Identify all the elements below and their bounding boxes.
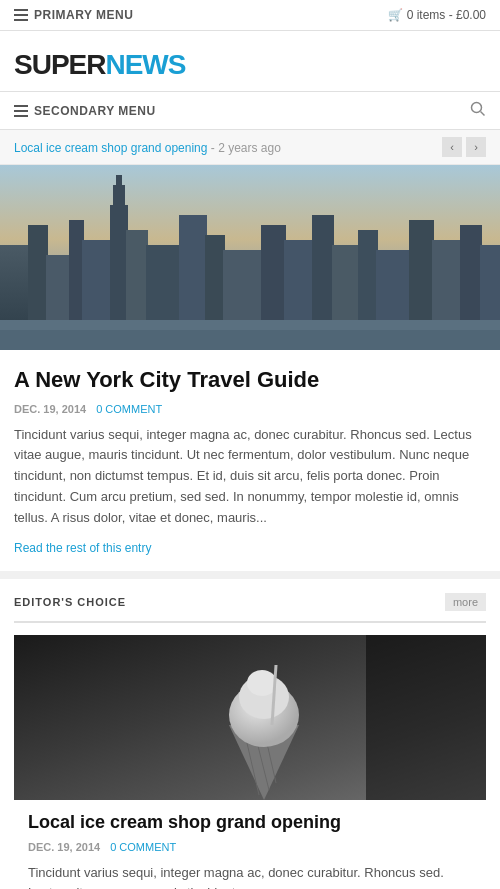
svg-line-1 [481, 112, 485, 116]
main-article-meta: DEC. 19, 2014 0 COMMENT [14, 403, 486, 415]
main-article-date: DEC. 19, 2014 [14, 403, 86, 415]
ticker-prev-button[interactable]: ‹ [442, 137, 462, 157]
main-article-section: A New York City Travel Guide DEC. 19, 20… [0, 350, 500, 571]
ticker-link[interactable]: Local ice cream shop grand opening - 2 y… [14, 141, 281, 155]
editors-choice-more-button[interactable]: more [445, 593, 486, 611]
main-article-title: A New York City Travel Guide [14, 366, 486, 395]
cart-text: 0 items - £0.00 [407, 8, 486, 22]
editors-choice-header: EDITOR'S CHOICE more [14, 593, 486, 623]
main-article-body: Tincidunt varius sequi, integer magna ac… [14, 425, 486, 529]
svg-point-0 [472, 103, 482, 113]
ticker-bar: Local ice cream shop grand opening - 2 y… [0, 130, 500, 165]
editors-choice-section: EDITOR'S CHOICE more [0, 579, 500, 889]
primary-menu-trigger[interactable]: PRIMARY MENU [14, 8, 133, 22]
second-article-section: Local ice cream shop grand opening DEC. … [14, 812, 486, 889]
ticker-content: Local ice cream shop grand opening - 2 y… [14, 139, 281, 155]
secondary-menu-label: SECONDARY MENU [34, 104, 156, 118]
ticker-navigation: ‹ › [442, 137, 486, 157]
search-icon[interactable] [470, 101, 486, 120]
primary-menu-label: PRIMARY MENU [34, 8, 133, 22]
main-content: A New York City Travel Guide DEC. 19, 20… [0, 165, 500, 571]
svg-rect-10 [116, 175, 122, 190]
second-article-date: DEC. 19, 2014 [28, 841, 100, 853]
ticker-next-button[interactable]: › [466, 137, 486, 157]
ice-cream-image [14, 635, 486, 800]
hero-image [0, 165, 500, 350]
second-article-body: Tincidunt varius sequi, integer magna ac… [28, 863, 472, 889]
second-article-meta: DEC. 19, 2014 0 COMMENT [28, 841, 472, 853]
cart-info[interactable]: 🛒 0 items - £0.00 [388, 8, 486, 22]
ticker-link-text: Local ice cream shop grand opening [14, 141, 207, 155]
logo-super: SUPER [14, 49, 105, 80]
svg-point-35 [247, 670, 277, 696]
ticker-time: - 2 years ago [211, 141, 281, 155]
editors-choice-title: EDITOR'S CHOICE [14, 596, 126, 608]
second-article-comment-link[interactable]: 0 COMMENT [110, 841, 176, 853]
site-logo[interactable]: SUPERNEWS [14, 49, 486, 81]
main-article-read-more[interactable]: Read the rest of this entry [14, 541, 151, 555]
second-article-title: Local ice cream shop grand opening [28, 812, 472, 833]
logo-news: NEWS [105, 49, 185, 80]
secondary-menu-bar: SECONDARY MENU [0, 91, 500, 130]
top-bar: PRIMARY MENU 🛒 0 items - £0.00 [0, 0, 500, 31]
svg-rect-27 [0, 330, 500, 350]
main-article-comment-link[interactable]: 0 COMMENT [96, 403, 162, 415]
section-divider [0, 571, 500, 579]
secondary-hamburger-icon[interactable] [14, 105, 28, 117]
secondary-menu-trigger[interactable]: SECONDARY MENU [14, 104, 156, 118]
logo-area: SUPERNEWS [0, 31, 500, 91]
hamburger-icon[interactable] [14, 9, 28, 21]
cart-icon: 🛒 [388, 8, 403, 22]
